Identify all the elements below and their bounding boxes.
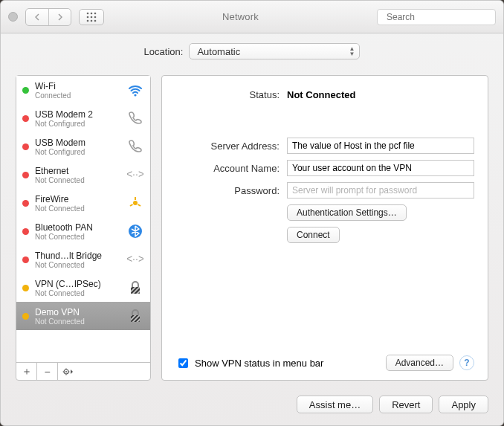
service-name: Thund…lt Bridge	[35, 251, 120, 261]
server-address-label: Server Address:	[175, 141, 280, 152]
status-dot-icon	[22, 172, 29, 178]
service-name: USB Modem 2	[35, 109, 120, 120]
add-service-button[interactable]: ＋	[16, 363, 37, 380]
status-label: Status:	[175, 89, 280, 100]
svg-rect-23	[131, 315, 140, 322]
svg-point-2	[94, 12, 97, 14]
password-field[interactable]	[287, 182, 474, 199]
svg-point-13	[133, 201, 138, 205]
svg-point-8	[94, 19, 97, 22]
svg-point-1	[91, 12, 93, 14]
svg-point-5	[94, 16, 97, 18]
service-status: Not Connected	[35, 176, 120, 184]
service-item[interactable]: FireWireNot Connected	[16, 189, 150, 217]
service-name: Ethernet	[35, 166, 120, 176]
password-label: Password:	[175, 185, 280, 196]
status-dot-icon	[22, 87, 29, 94]
service-item[interactable]: Thund…lt BridgeNot Connected<··>	[16, 245, 150, 274]
wifi-icon	[126, 81, 144, 99]
service-item[interactable]: USB Modem 2Not Configured	[16, 104, 150, 132]
search-field[interactable]	[377, 9, 496, 25]
service-name: Bluetooth PAN	[35, 222, 120, 233]
phone-icon	[126, 109, 144, 127]
service-item[interactable]: EthernetNot Connected<··>	[16, 161, 150, 189]
status-dot-icon	[22, 285, 29, 291]
service-name: VPN (C…IPSec)	[35, 279, 120, 289]
assist-button[interactable]: Assist me…	[297, 396, 373, 413]
status-dot-icon	[22, 313, 29, 320]
show-vpn-status-checkbox[interactable]: Show VPN status in menu bar	[175, 356, 323, 370]
back-button[interactable]	[26, 9, 48, 25]
service-status: Connected	[35, 91, 120, 100]
svg-point-11	[134, 94, 136, 96]
service-status: Not Connected	[35, 289, 120, 297]
show-all-button[interactable]	[79, 9, 104, 25]
ethernet-icon: <··>	[126, 166, 144, 184]
svg-point-3	[87, 16, 89, 18]
help-button[interactable]: ?	[459, 355, 474, 370]
sidebar-footer: ＋ −	[16, 362, 150, 380]
svg-point-7	[91, 19, 93, 22]
services-sidebar: Wi-FiConnectedUSB Modem 2Not ConfiguredU…	[16, 75, 151, 381]
service-name: USB Modem	[35, 138, 120, 148]
phone-icon	[126, 138, 144, 155]
svg-point-0	[87, 12, 89, 14]
svg-line-16	[138, 204, 141, 206]
ethernet-icon: <··>	[126, 251, 144, 268]
status-dot-icon	[22, 143, 29, 150]
service-item[interactable]: Bluetooth PANNot Connected	[16, 217, 150, 245]
status-row: Status: Not Connected	[175, 89, 474, 100]
service-item[interactable]: USB ModemNot Configured	[16, 132, 150, 161]
service-status: Not Connected	[35, 233, 120, 241]
location-value: Automatic	[197, 46, 240, 57]
show-vpn-status-label: Show VPN status in menu bar	[195, 358, 323, 369]
svg-point-4	[91, 16, 93, 18]
search-input[interactable]	[385, 11, 500, 23]
apply-button[interactable]: Apply	[439, 396, 488, 413]
service-item[interactable]: Demo VPNNot Connected	[16, 302, 150, 330]
lock-icon	[126, 279, 144, 297]
status-dot-icon	[22, 256, 29, 263]
chevron-updown-icon: ▲▼	[349, 46, 355, 57]
nav-back-forward	[25, 8, 71, 26]
svg-text:<··>: <··>	[127, 253, 143, 265]
service-item[interactable]: VPN (C…IPSec)Not Connected	[16, 274, 150, 302]
service-name: Wi-Fi	[35, 81, 120, 91]
svg-point-6	[87, 19, 89, 22]
service-item[interactable]: Wi-FiConnected	[16, 76, 150, 104]
gear-icon	[62, 367, 74, 376]
status-dot-icon	[22, 228, 29, 235]
window-close-button[interactable]	[8, 12, 18, 22]
main-buttons: Assist me… Revert Apply	[297, 396, 488, 413]
authentication-settings-button[interactable]: Authentication Settings…	[287, 204, 407, 221]
show-vpn-status-checkbox-input[interactable]	[178, 358, 188, 368]
location-label: Location:	[144, 46, 184, 57]
connect-button[interactable]: Connect	[287, 227, 340, 243]
content-area: Wi-FiConnectedUSB Modem 2Not ConfiguredU…	[16, 75, 488, 381]
service-status: Not Configured	[35, 148, 120, 156]
location-popup[interactable]: Automatic ▲▼	[189, 43, 360, 59]
status-dot-icon	[22, 115, 29, 122]
service-status: Not Connected	[35, 204, 120, 213]
detail-bottom-row: Show VPN status in menu bar Advanced… ?	[175, 355, 474, 371]
status-dot-icon	[22, 200, 29, 207]
advanced-button[interactable]: Advanced…	[386, 355, 453, 371]
network-preferences-window: Network Location: Automatic ▲▼ Wi-FiConn…	[0, 0, 504, 426]
detail-pane: Status: Not Connected Server Address: Ac…	[161, 75, 488, 381]
service-status: Not Connected	[35, 261, 120, 269]
account-name-field[interactable]	[287, 160, 474, 176]
revert-button[interactable]: Revert	[379, 396, 433, 413]
service-actions-button[interactable]	[58, 363, 79, 380]
forward-button[interactable]	[48, 9, 71, 25]
firewire-icon	[126, 194, 144, 212]
service-status: Not Configured	[35, 120, 120, 128]
remove-service-button[interactable]: −	[37, 363, 58, 380]
svg-point-26	[65, 371, 67, 372]
services-list: Wi-FiConnectedUSB Modem 2Not ConfiguredU…	[16, 76, 150, 362]
svg-text:<··>: <··>	[127, 168, 143, 180]
toolbar: Network	[1, 1, 503, 33]
bluetooth-icon	[126, 222, 144, 240]
status-value: Not Connected	[287, 89, 355, 100]
account-name-label: Account Name:	[175, 163, 280, 174]
server-address-field[interactable]	[287, 138, 474, 154]
